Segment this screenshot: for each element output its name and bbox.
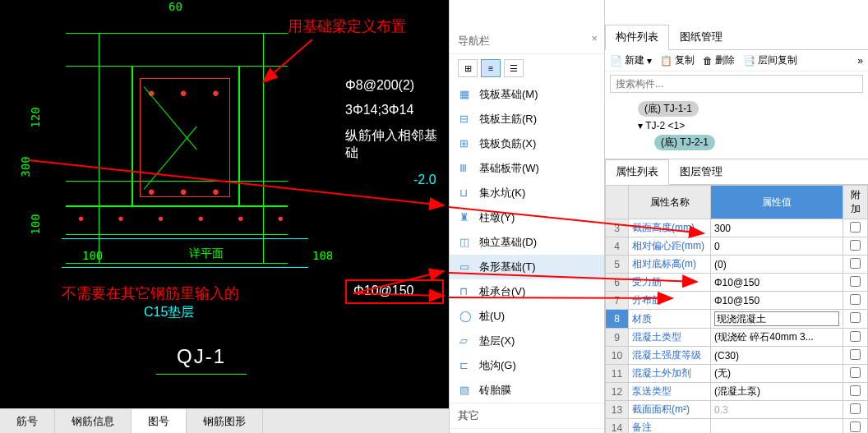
- property-extra-checkbox[interactable]: [850, 312, 861, 323]
- nav-item-3[interactable]: Ⅲ基础板带(W): [450, 156, 604, 181]
- more-icon[interactable]: »: [857, 55, 863, 67]
- nav-item-5[interactable]: ♜柱墩(Y): [450, 205, 604, 230]
- tab-property-list[interactable]: 属性列表: [605, 159, 669, 185]
- nav-item-label: 独立基础(D): [479, 235, 537, 250]
- tab-layer-mgmt[interactable]: 图层管理: [669, 159, 733, 184]
- property-value[interactable]: (无): [711, 365, 843, 383]
- copy-button[interactable]: 📋 复制: [660, 53, 695, 67]
- nav-item-0[interactable]: ▦筏板基础(M): [450, 82, 604, 107]
- property-extra-checkbox[interactable]: [850, 367, 861, 378]
- nav-item-6[interactable]: ◫独立基础(D): [450, 230, 604, 255]
- nav-item-11[interactable]: ⊏地沟(G): [450, 353, 604, 378]
- nav-item-label: 垫层(X): [479, 334, 515, 348]
- new-button[interactable]: 📄 新建 ▾: [610, 53, 652, 67]
- navigator-close-icon[interactable]: ×: [591, 32, 598, 44]
- nav-item-4[interactable]: ⊔集水坑(K): [450, 181, 604, 205]
- cad-viewport[interactable]: • • • • • • • • • • • • 60 120 300 100 1…: [0, 0, 449, 408]
- property-extra-checkbox[interactable]: [850, 222, 861, 233]
- tab-drawing-no[interactable]: 图号: [132, 409, 187, 433]
- nav-item-label: 桩(U): [479, 309, 505, 324]
- property-value[interactable]: (C30): [711, 347, 843, 365]
- property-extra-checkbox[interactable]: [850, 258, 861, 269]
- property-extra-checkbox[interactable]: [850, 240, 861, 251]
- property-row-14[interactable]: 14备注: [606, 419, 868, 434]
- tree-node-tj11[interactable]: (底) TJ-1-1: [613, 99, 860, 118]
- property-value[interactable]: [711, 310, 843, 329]
- tab-rebar-info[interactable]: 钢筋信息: [55, 409, 132, 433]
- bottom-rebar: Φ10@150: [353, 283, 414, 298]
- floor-copy-button[interactable]: 📑 层间复制: [743, 53, 797, 67]
- tab-rebar-shape[interactable]: 钢筋图形: [187, 409, 263, 433]
- dim-60: 60: [169, 0, 182, 13]
- nav-item-7[interactable]: ▭条形基础(T): [450, 255, 604, 279]
- tab-component-list[interactable]: 构件列表: [605, 25, 669, 50]
- view-mode-tree-icon[interactable]: ⊞: [458, 59, 478, 77]
- nav-item-2[interactable]: ⊞筏板负筋(X): [450, 131, 604, 156]
- property-value[interactable]: (混凝土泵): [711, 383, 843, 401]
- component-search-input[interactable]: [610, 75, 863, 93]
- property-extra-checkbox[interactable]: [850, 421, 861, 432]
- strip-found-icon: ▭: [459, 260, 473, 274]
- property-row-10[interactable]: 10混凝土强度等级(C30): [606, 347, 868, 365]
- neg-rebar-icon: ⊞: [459, 137, 473, 150]
- property-value[interactable]: (0): [711, 256, 843, 274]
- nav-item-label: 条形基础(T): [479, 260, 536, 274]
- view-mode-list-icon[interactable]: ≡: [481, 59, 501, 77]
- rebar-note: 纵筋伸入相邻基础: [345, 127, 449, 162]
- dim-120: 120: [29, 107, 42, 127]
- property-row-8[interactable]: 8材质: [606, 310, 868, 329]
- nav-item-label: 筏板主筋(R): [479, 112, 537, 127]
- property-value[interactable]: 300: [711, 219, 843, 237]
- nav-item-8[interactable]: ⊓桩承台(V): [450, 279, 604, 304]
- property-name: 混凝土类型: [629, 329, 711, 347]
- view-mode-detail-icon[interactable]: ☰: [504, 59, 524, 77]
- property-extra-checkbox[interactable]: [850, 385, 861, 396]
- property-value-input[interactable]: [714, 311, 839, 326]
- property-row-13[interactable]: 13截面面积(m²)0.3: [606, 401, 868, 419]
- section-label: 详平面: [189, 246, 224, 261]
- dim-100a: 100: [29, 214, 42, 234]
- property-row-11[interactable]: 11混凝土外加剂(无): [606, 365, 868, 383]
- property-value[interactable]: (现浇砼 碎石40mm 3...: [711, 329, 843, 347]
- property-name: 分布筋: [629, 292, 711, 310]
- property-name: 相对偏心距(mm): [629, 237, 711, 256]
- property-value[interactable]: 0: [711, 237, 843, 256]
- grid-icon: ▦: [459, 88, 473, 101]
- property-row-12[interactable]: 12泵送类型(混凝土泵): [606, 383, 868, 401]
- property-name: 截面高度(mm): [629, 219, 711, 237]
- property-row-6[interactable]: 6受力筋Φ10@150: [606, 274, 868, 292]
- band-icon: Ⅲ: [459, 162, 473, 175]
- trench-icon: ⊏: [459, 359, 473, 372]
- nav-item-12[interactable]: ▨砖胎膜: [450, 378, 604, 403]
- property-row-9[interactable]: 9混凝土类型(现浇砼 碎石40mm 3...: [606, 329, 868, 347]
- dim-108: 108: [312, 249, 333, 262]
- tab-drawing-mgmt[interactable]: 图纸管理: [669, 25, 733, 49]
- property-extra-checkbox[interactable]: [850, 349, 861, 360]
- property-extra-checkbox[interactable]: [850, 403, 861, 414]
- property-extra-checkbox[interactable]: [850, 294, 861, 305]
- nav-item-label: 砖胎膜: [479, 383, 511, 398]
- property-value[interactable]: Φ10@150: [711, 292, 843, 310]
- property-table: 属性名称 属性值 附加 3截面高度(mm)3004相对偏心距(mm)05相对底标…: [605, 185, 868, 433]
- delete-button[interactable]: 🗑 删除: [703, 53, 735, 67]
- tab-rebar-no[interactable]: 筋号: [0, 409, 55, 433]
- nav-section-custom[interactable]: 自定义 •: [450, 428, 604, 433]
- property-row-5[interactable]: 5相对底标高(m)(0): [606, 256, 868, 274]
- property-value[interactable]: 0.3: [711, 401, 843, 419]
- property-extra-checkbox[interactable]: [850, 331, 861, 342]
- nav-item-9[interactable]: ◯桩(U): [450, 304, 604, 329]
- property-row-3[interactable]: 3截面高度(mm)300: [606, 219, 868, 237]
- nav-item-1[interactable]: ⊟筏板主筋(R): [450, 107, 604, 131]
- nav-item-label: 集水坑(K): [479, 186, 525, 200]
- nav-section-other[interactable]: 其它: [450, 403, 604, 428]
- property-value[interactable]: Φ10@150: [711, 274, 843, 292]
- nav-item-10[interactable]: ▱垫层(X): [450, 329, 604, 353]
- property-extra-checkbox[interactable]: [850, 276, 861, 287]
- property-value[interactable]: [711, 419, 843, 434]
- tree-node-tj21[interactable]: (底) TJ-2-1: [613, 133, 860, 152]
- property-row-4[interactable]: 4相对偏心距(mm)0: [606, 237, 868, 256]
- pilecap-icon: ⊓: [459, 285, 473, 298]
- property-row-7[interactable]: 7分布筋Φ10@150: [606, 292, 868, 310]
- tree-node-tj2[interactable]: ▾ TJ-2 <1>: [613, 118, 860, 133]
- brick-icon: ▨: [459, 384, 473, 397]
